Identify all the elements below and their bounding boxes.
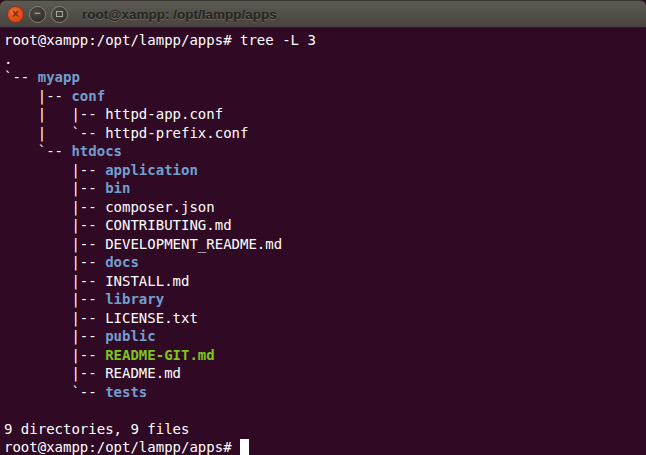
maximize-button[interactable] bbox=[51, 6, 68, 23]
terminal-line: |-- LICENSE.txt bbox=[4, 309, 646, 328]
terminal-text: |-- INSTALL.md bbox=[4, 273, 189, 289]
executable-file-name: README-GIT.md bbox=[105, 347, 215, 363]
terminal-line bbox=[4, 401, 646, 420]
terminal-window: × − root@xampp: /opt/lampp/apps root@xam… bbox=[0, 0, 646, 455]
terminal-text: root@xampp:/opt/lampp/apps# bbox=[4, 439, 240, 455]
minimize-icon: − bbox=[34, 8, 40, 19]
terminal-text: root@xampp:/opt/lampp/apps# tree -L 3 bbox=[4, 32, 316, 48]
terminal-text: |-- composer.json bbox=[4, 199, 215, 215]
terminal-line: |-- composer.json bbox=[4, 198, 646, 217]
terminal-line: root@xampp:/opt/lampp/apps# tree -L 3 bbox=[4, 31, 646, 50]
terminal-line: |-- docs bbox=[4, 253, 646, 272]
terminal-line: |-- INSTALL.md bbox=[4, 272, 646, 291]
terminal-line: root@xampp:/opt/lampp/apps# bbox=[4, 438, 646, 455]
terminal-text: |-- LICENSE.txt bbox=[4, 310, 198, 326]
window-title: root@xampp: /opt/lampp/apps bbox=[82, 7, 277, 22]
terminal-line: | `-- httpd-prefix.conf bbox=[4, 124, 646, 143]
terminal-line: `-- myapp bbox=[4, 68, 646, 87]
terminal-text: |-- bbox=[4, 88, 71, 104]
terminal-text: 9 directories, 9 files bbox=[4, 421, 189, 437]
directory-name: htdocs bbox=[71, 143, 122, 159]
terminal-line: |-- DEVELOPMENT_README.md bbox=[4, 235, 646, 254]
terminal-line: `-- tests bbox=[4, 383, 646, 402]
terminal-line: |-- application bbox=[4, 161, 646, 180]
terminal-cursor bbox=[240, 439, 249, 455]
terminal-line: |-- CONTRIBUTING.md bbox=[4, 216, 646, 235]
close-button[interactable]: × bbox=[7, 6, 24, 23]
terminal-line: | |-- httpd-app.conf bbox=[4, 105, 646, 124]
terminal[interactable]: root@xampp:/opt/lampp/apps# tree -L 3.`-… bbox=[0, 28, 646, 455]
terminal-text: |-- CONTRIBUTING.md bbox=[4, 217, 232, 233]
terminal-text: |-- bbox=[4, 162, 105, 178]
terminal-text: |-- bbox=[4, 328, 105, 344]
terminal-text: |-- bbox=[4, 347, 105, 363]
directory-name: myapp bbox=[38, 69, 80, 85]
terminal-text: |-- bbox=[4, 254, 105, 270]
terminal-line: |-- library bbox=[4, 290, 646, 309]
terminal-line: `-- htdocs bbox=[4, 142, 646, 161]
directory-name: application bbox=[105, 162, 198, 178]
terminal-line: |-- README-GIT.md bbox=[4, 346, 646, 365]
terminal-text: | |-- httpd-app.conf bbox=[4, 106, 223, 122]
terminal-line: |-- README.md bbox=[4, 364, 646, 383]
terminal-line: |-- public bbox=[4, 327, 646, 346]
terminal-text: `-- bbox=[4, 384, 105, 400]
terminal-text: |-- bbox=[4, 180, 105, 196]
titlebar[interactable]: × − root@xampp: /opt/lampp/apps bbox=[0, 0, 646, 28]
close-icon: × bbox=[12, 8, 19, 20]
directory-name: public bbox=[105, 328, 156, 344]
terminal-text: . bbox=[4, 51, 12, 67]
directory-name: tests bbox=[105, 384, 147, 400]
directory-name: conf bbox=[71, 88, 105, 104]
terminal-text: `-- bbox=[4, 143, 71, 159]
terminal-text: |-- bbox=[4, 291, 105, 307]
terminal-text: |-- README.md bbox=[4, 365, 181, 381]
directory-name: bin bbox=[105, 180, 130, 196]
terminal-line: |-- conf bbox=[4, 87, 646, 106]
directory-name: docs bbox=[105, 254, 139, 270]
terminal-line: 9 directories, 9 files bbox=[4, 420, 646, 439]
directory-name: library bbox=[105, 291, 164, 307]
terminal-text: |-- DEVELOPMENT_README.md bbox=[4, 236, 282, 252]
minimize-button[interactable]: − bbox=[29, 6, 46, 23]
terminal-line: |-- bin bbox=[4, 179, 646, 198]
terminal-line: . bbox=[4, 50, 646, 69]
maximize-icon bbox=[56, 11, 63, 17]
terminal-text: | `-- httpd-prefix.conf bbox=[4, 125, 248, 141]
terminal-text: `-- bbox=[4, 69, 38, 85]
